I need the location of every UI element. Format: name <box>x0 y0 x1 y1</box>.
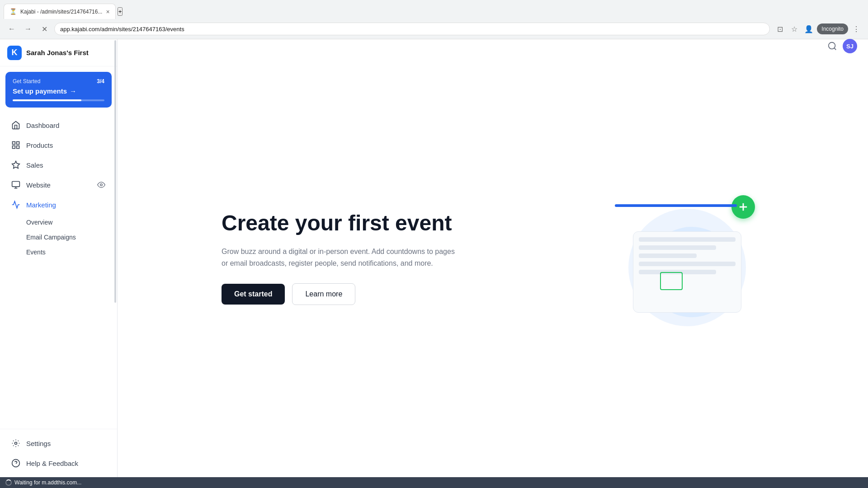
user-avatar[interactable]: SJ <box>843 39 857 53</box>
search-icon <box>827 41 837 51</box>
illus-line <box>639 245 716 250</box>
svg-rect-3 <box>13 146 15 149</box>
sub-nav-label: Email Campaigns <box>26 234 76 241</box>
event-title: Create your first event <box>222 211 574 235</box>
app-logo: K <box>7 46 22 60</box>
new-tab-button[interactable]: + <box>118 7 123 16</box>
cast-icon[interactable]: ⊡ <box>774 23 786 35</box>
sidebar-item-label: Marketing <box>26 201 56 209</box>
sidebar-item-label: Help & Feedback <box>26 460 78 467</box>
illustration-card <box>633 231 741 313</box>
svg-point-7 <box>100 184 103 186</box>
app-container: K Sarah Jonas's First Get Started 3/4 Se… <box>0 39 868 477</box>
help-icon <box>11 458 21 468</box>
learn-more-button[interactable]: Learn more <box>292 283 355 305</box>
illus-line <box>639 237 736 242</box>
svg-point-8 <box>15 442 17 445</box>
get-started-arrow-icon: → <box>70 87 76 95</box>
sales-icon <box>11 160 21 170</box>
event-actions: Get started Learn more <box>222 283 574 305</box>
sidebar-scrollbar[interactable] <box>114 39 117 477</box>
sidebar-item-settings[interactable]: Settings <box>4 434 113 453</box>
sidebar-item-email-campaigns[interactable]: Email Campaigns <box>4 230 113 244</box>
marketing-icon <box>11 200 21 210</box>
sidebar-item-sales[interactable]: Sales <box>4 155 113 174</box>
event-text: Create your first event Grow buzz around… <box>222 211 574 305</box>
event-description: Grow buzz around a digital or in-person … <box>222 246 457 269</box>
sidebar-item-label: Dashboard <box>26 122 59 129</box>
illus-line <box>639 253 697 258</box>
menu-icon[interactable]: ⋮ <box>850 23 863 35</box>
tab-favicon: ⏳ <box>9 8 17 15</box>
toolbar-icons: ⊡ ☆ 👤 Incognito ⋮ <box>774 23 863 35</box>
sub-nav-label: Events <box>26 249 46 256</box>
address-bar[interactable]: app.kajabi.com/admin/sites/2147647163/ev… <box>54 23 770 35</box>
main-content: Create your first event Grow buzz around… <box>118 39 868 477</box>
sidebar: K Sarah Jonas's First Get Started 3/4 Se… <box>0 39 118 477</box>
sidebar-inner: K Sarah Jonas's First Get Started 3/4 Se… <box>0 39 117 429</box>
get-started-action: Set up payments → <box>13 87 104 95</box>
sidebar-item-label: Sales <box>26 161 43 169</box>
svg-rect-4 <box>12 182 20 187</box>
sidebar-item-events[interactable]: Events <box>4 245 113 259</box>
sidebar-item-label: Settings <box>26 440 51 447</box>
website-preview-icon[interactable] <box>96 180 106 190</box>
search-button[interactable] <box>827 41 837 51</box>
svg-point-11 <box>829 42 835 49</box>
browser-chrome: ⏳ Kajabi - /admin/sites/214764716... × +… <box>0 0 868 39</box>
reload-button[interactable]: ✕ <box>38 23 51 35</box>
browser-toolbar: ← → ✕ app.kajabi.com/admin/sites/2147647… <box>0 19 868 39</box>
sidebar-item-dashboard[interactable]: Dashboard <box>4 116 113 135</box>
svg-rect-2 <box>17 146 19 149</box>
tab-title: Kajabi - /admin/sites/214764716... <box>20 9 102 15</box>
sidebar-item-help[interactable]: Help & Feedback <box>4 454 113 473</box>
illustration-card-lines <box>639 237 736 274</box>
app-header: K Sarah Jonas's First <box>0 39 117 66</box>
app-name: Sarah Jonas's First <box>26 49 89 56</box>
address-text: app.kajabi.com/admin/sites/2147647163/ev… <box>60 26 764 33</box>
sidebar-item-label: Website <box>26 181 51 189</box>
sidebar-item-label: Products <box>26 141 53 149</box>
active-tab[interactable]: ⏳ Kajabi - /admin/sites/214764716... × <box>4 4 116 19</box>
website-icon <box>11 180 21 190</box>
sidebar-item-marketing[interactable]: Marketing <box>4 195 113 214</box>
svg-line-12 <box>834 48 836 50</box>
get-started-top: Get Started 3/4 <box>13 78 104 84</box>
incognito-button[interactable]: Incognito <box>817 23 848 34</box>
main-content-area: SJ Create your first event Grow buzz aro… <box>118 39 868 477</box>
illustration-bar <box>615 204 737 207</box>
top-actions: SJ <box>827 39 857 53</box>
svg-rect-0 <box>13 142 15 145</box>
tab-bar: ⏳ Kajabi - /admin/sites/214764716... × + <box>0 0 868 19</box>
profile-icon[interactable]: 👤 <box>802 23 815 35</box>
back-button[interactable]: ← <box>5 23 18 35</box>
event-section: Create your first event Grow buzz around… <box>222 191 764 326</box>
loading-spinner <box>5 479 12 486</box>
get-started-action-text: Set up payments <box>13 87 67 95</box>
incognito-label: Incognito <box>821 26 844 32</box>
status-text: Waiting for m.addthis.com... <box>14 479 81 486</box>
scrollbar-thumb <box>114 40 116 303</box>
svg-rect-1 <box>17 142 19 145</box>
illus-line <box>639 262 736 266</box>
settings-icon <box>11 438 21 448</box>
sidebar-bottom: Settings Help & Feedback <box>0 429 117 477</box>
illustration-small-rect <box>660 272 683 290</box>
logo-letter: K <box>12 48 18 57</box>
get-started-label: Get Started <box>13 78 40 84</box>
forward-button[interactable]: → <box>22 23 34 35</box>
products-icon <box>11 140 21 150</box>
get-started-card[interactable]: Get Started 3/4 Set up payments → <box>5 72 112 108</box>
sidebar-item-overview[interactable]: Overview <box>4 215 113 230</box>
get-started-progress: 3/4 <box>97 78 104 84</box>
tab-close-icon[interactable]: × <box>106 8 109 15</box>
sub-nav-label: Overview <box>26 219 52 226</box>
progress-bar-fill <box>13 99 81 101</box>
get-started-button[interactable]: Get started <box>222 284 285 305</box>
progress-bar-background <box>13 99 104 101</box>
sidebar-item-website[interactable]: Website <box>4 175 113 194</box>
status-bar: Waiting for m.addthis.com... <box>0 477 868 488</box>
sidebar-item-products[interactable]: Products <box>4 136 113 155</box>
dashboard-icon <box>11 120 21 130</box>
bookmark-icon[interactable]: ☆ <box>788 23 801 35</box>
